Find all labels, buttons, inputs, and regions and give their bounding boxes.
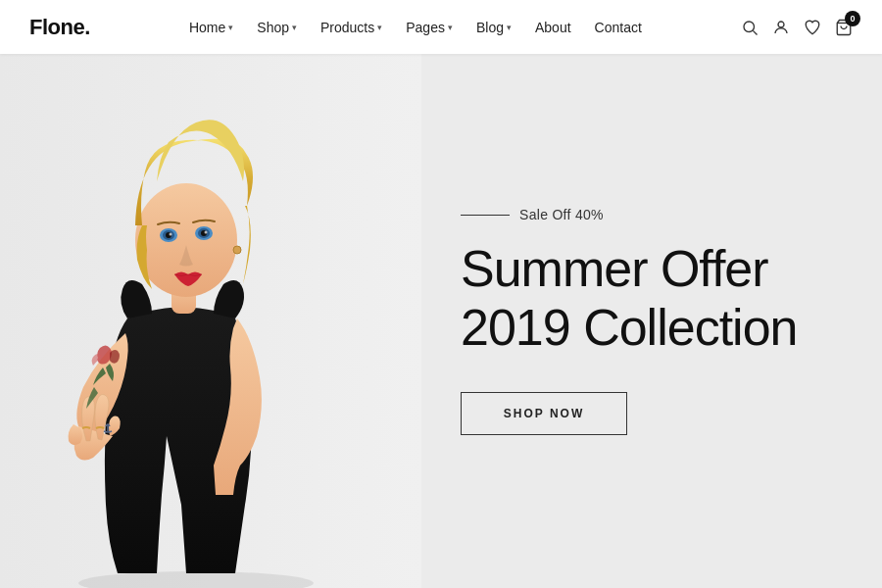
user-icon — [772, 19, 790, 36]
search-icon — [741, 19, 759, 36]
shop-now-button[interactable]: SHOP NOW — [461, 392, 627, 435]
nav-shop[interactable]: Shop ▾ — [245, 0, 309, 54]
svg-point-16 — [233, 246, 241, 254]
hero-title: Summer Offer 2019 Collection — [461, 240, 823, 358]
search-button[interactable] — [741, 19, 759, 36]
svg-point-2 — [778, 22, 784, 27]
chevron-down-icon: ▾ — [507, 23, 512, 32]
sale-badge: Sale Off 40% — [461, 207, 823, 222]
header-icons: 0 — [741, 19, 853, 36]
sale-line — [461, 215, 510, 216]
hero-model-illustration — [0, 54, 421, 588]
nav-home[interactable]: Home ▾ — [177, 0, 245, 54]
svg-point-0 — [744, 22, 755, 32]
cart-button[interactable]: 0 — [835, 19, 853, 36]
svg-point-15 — [205, 231, 208, 234]
cart-count: 0 — [845, 11, 860, 26]
hero-image — [0, 54, 421, 588]
nav-about[interactable]: About — [523, 0, 583, 54]
header: Flone. Home ▾ Shop ▾ Products ▾ Pages ▾ … — [0, 0, 882, 54]
svg-line-1 — [753, 30, 757, 34]
chevron-down-icon: ▾ — [228, 23, 233, 32]
nav-blog[interactable]: Blog ▾ — [465, 0, 523, 54]
logo[interactable]: Flone. — [29, 15, 90, 40]
chevron-down-icon: ▾ — [292, 23, 297, 32]
main-nav: Home ▾ Shop ▾ Products ▾ Pages ▾ Blog ▾ … — [177, 0, 654, 54]
hero-section: Sale Off 40% Summer Offer 2019 Collectio… — [0, 54, 882, 588]
wishlist-button[interactable] — [804, 19, 821, 36]
svg-point-14 — [170, 233, 172, 236]
sale-text: Sale Off 40% — [519, 207, 604, 222]
chevron-down-icon: ▾ — [377, 23, 382, 32]
user-button[interactable] — [772, 19, 790, 36]
nav-products[interactable]: Products ▾ — [309, 0, 394, 54]
nav-pages[interactable]: Pages ▾ — [394, 0, 465, 54]
nav-contact[interactable]: Contact — [583, 0, 654, 54]
heart-icon — [804, 19, 821, 36]
chevron-down-icon: ▾ — [448, 23, 453, 32]
hero-content: Sale Off 40% Summer Offer 2019 Collectio… — [421, 54, 882, 588]
